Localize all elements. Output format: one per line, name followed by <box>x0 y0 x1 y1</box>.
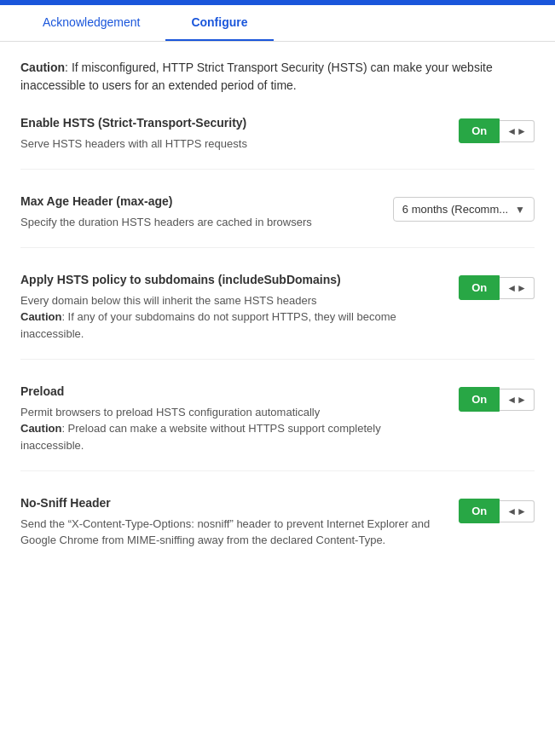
setting-control-max-age: 6 months (Recomm... ▼ <box>393 197 535 222</box>
content-area: Caution: If misconfigured, HTTP Strict T… <box>0 42 555 607</box>
dropdown-max-age[interactable]: 6 months (Recomm... ▼ <box>393 197 535 222</box>
setting-row-enable-hsts: Enable HSTS (Strict-Transport-Security) … <box>20 115 535 170</box>
chevron-down-icon: ▼ <box>515 204 525 216</box>
caution-text: : If misconfigured, HTTP Strict Transpor… <box>20 61 493 92</box>
toggle-preload[interactable]: On ◄► <box>459 387 535 412</box>
setting-text-enable-hsts: Enable HSTS (Strict-Transport-Security) … <box>20 115 459 152</box>
tabs-container: Acknowledgement Configure <box>0 5 555 42</box>
toggle-subdomains[interactable]: On ◄► <box>459 275 535 300</box>
setting-text-no-sniff: No-Sniff Header Send the “X-Content-Type… <box>20 495 459 549</box>
setting-text-preload: Preload Permit browsers to preload HSTS … <box>20 384 459 453</box>
toggle-on-label-enable-hsts: On <box>459 118 500 143</box>
setting-row-preload: Preload Permit browsers to preload HSTS … <box>20 384 535 471</box>
toggle-arrow-subdomains: ◄► <box>500 277 535 299</box>
setting-control-no-sniff: On ◄► <box>459 499 535 523</box>
setting-desc-no-sniff: Send the “X-Content-Type-Options: nosnif… <box>20 516 442 549</box>
toggle-arrow-enable-hsts: ◄► <box>500 120 535 142</box>
setting-title-no-sniff: No-Sniff Header <box>20 495 442 512</box>
caution-text-subdomains: : If any of your subdomains do not suppo… <box>20 310 396 340</box>
dropdown-value-max-age: 6 months (Recomm... <box>402 203 508 216</box>
setting-control-preload: On ◄► <box>459 387 535 412</box>
caution-label-preload: Caution <box>20 422 61 435</box>
caution-label: Caution <box>20 61 65 74</box>
caution-label-subdomains: Caution <box>20 310 61 323</box>
setting-desc-subdomains: Every domain below this will inherit the… <box>20 292 442 343</box>
setting-text-subdomains: Apply HSTS policy to subdomains (include… <box>20 272 459 342</box>
toggle-on-label-subdomains: On <box>459 275 500 300</box>
toggle-on-label-no-sniff: On <box>459 499 500 523</box>
toggle-enable-hsts[interactable]: On ◄► <box>459 118 535 143</box>
setting-title-subdomains: Apply HSTS policy to subdomains (include… <box>20 272 442 289</box>
toggle-arrow-preload: ◄► <box>500 389 535 411</box>
setting-text-max-age: Max Age Header (max-age) Specify the dur… <box>20 193 393 230</box>
toggle-arrow-no-sniff: ◄► <box>500 500 535 522</box>
setting-title-preload: Preload <box>20 384 442 401</box>
caution-text-preload: : Preload can make a website without HTT… <box>20 422 381 452</box>
tab-configure[interactable]: Configure <box>165 5 273 41</box>
toggle-on-label-preload: On <box>459 387 500 412</box>
tab-acknowledgement[interactable]: Acknowledgement <box>17 5 165 41</box>
toggle-no-sniff[interactable]: On ◄► <box>459 499 535 523</box>
setting-row-subdomains: Apply HSTS policy to subdomains (include… <box>20 272 535 360</box>
setting-desc-max-age: Specify the duration HSTS headers are ca… <box>20 214 376 231</box>
setting-title-max-age: Max Age Header (max-age) <box>20 193 376 211</box>
caution-block: Caution: If misconfigured, HTTP Strict T… <box>20 59 535 95</box>
setting-control-subdomains: On ◄► <box>459 275 535 300</box>
setting-row-no-sniff: No-Sniff Header Send the “X-Content-Type… <box>20 495 535 566</box>
setting-control-enable-hsts: On ◄► <box>459 118 535 143</box>
setting-desc-enable-hsts: Serve HSTS headers with all HTTPS reques… <box>20 136 442 153</box>
setting-desc-preload: Permit browsers to preload HSTS configur… <box>20 404 442 454</box>
setting-title-enable-hsts: Enable HSTS (Strict-Transport-Security) <box>20 115 442 132</box>
setting-row-max-age: Max Age Header (max-age) Specify the dur… <box>20 193 535 248</box>
